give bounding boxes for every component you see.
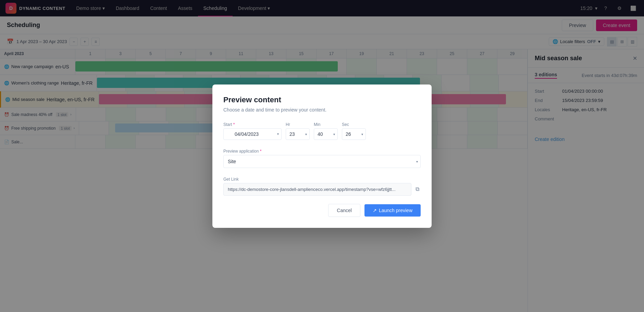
link-url-input[interactable] (223, 183, 411, 196)
launch-preview-button[interactable]: ↗ Launch preview (364, 204, 421, 217)
preview-content-modal: Preview content Choose a date and time t… (212, 84, 432, 228)
sec-label: Sec (342, 122, 366, 127)
sec-input[interactable] (342, 128, 366, 140)
modal-subtitle: Choose a date and time to preview your c… (223, 107, 421, 113)
preview-app-label: Preview application * (223, 149, 261, 154)
start-date-label: Start * (223, 122, 282, 127)
date-input-wrapper: 📅 ▾ (223, 128, 282, 140)
preview-app-select[interactable]: Site (223, 155, 421, 168)
sec-group: Sec ▾ (342, 122, 366, 140)
launch-preview-label: Launch preview (379, 208, 412, 213)
cancel-button[interactable]: Cancel (328, 204, 360, 217)
chevron-down-icon-date: ▾ (277, 132, 279, 136)
copy-link-btn[interactable]: ⧉ (414, 185, 421, 194)
hr-label: Hr (286, 122, 310, 127)
link-row: ⧉ (223, 183, 421, 196)
modal-title: Preview content (223, 95, 421, 104)
external-link-icon: ↗ (373, 208, 377, 213)
min-label: Min (314, 122, 338, 127)
min-group: Min ▾ (314, 122, 338, 140)
start-date-input[interactable] (223, 128, 282, 140)
hr-group: Hr ▾ (286, 122, 310, 140)
get-link-group: Get Link ⧉ (223, 176, 421, 196)
hr-input[interactable] (286, 128, 310, 140)
datetime-row: Start * 📅 ▾ Hr ▾ Min (223, 122, 421, 140)
modal-footer: Cancel ↗ Launch preview (223, 204, 421, 217)
get-link-label: Get Link (223, 177, 239, 182)
min-input[interactable] (314, 128, 338, 140)
modal-overlay: Preview content Choose a date and time t… (0, 0, 644, 312)
preview-app-group: Preview application * Site ▾ (223, 148, 421, 168)
start-date-group: Start * 📅 ▾ (223, 122, 282, 140)
